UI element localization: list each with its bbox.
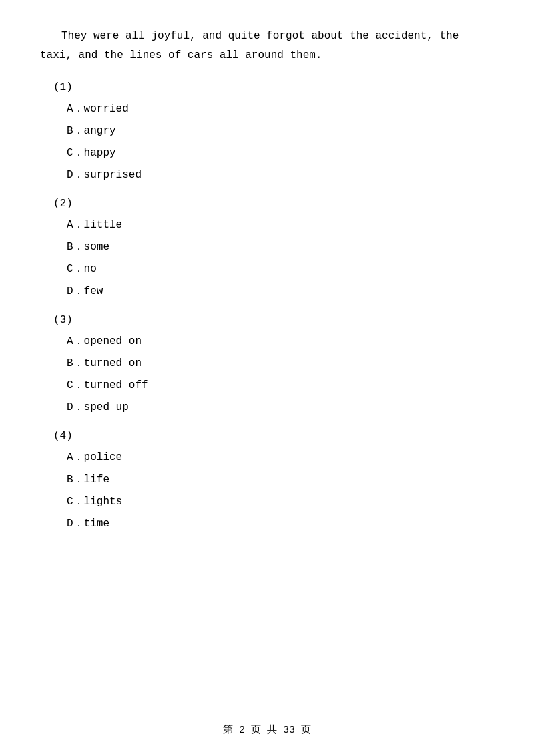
question-number-3: (3)	[40, 314, 494, 326]
question-2-option-3: C．no	[40, 262, 494, 276]
page-footer: 第 2 页 共 33 页	[0, 723, 534, 736]
question-2-option-1: A．little	[40, 218, 494, 232]
question-number-4: (4)	[40, 430, 494, 442]
question-2-option-4: D．few	[40, 284, 494, 298]
question-4-option-3: C．lights	[40, 494, 494, 508]
questions-container: (1)A．worriedB．angryC．happyD．surprised(2)…	[40, 81, 494, 530]
question-4-option-1: A．police	[40, 450, 494, 464]
question-3-option-4: D．sped up	[40, 400, 494, 414]
question-3-option-3: C．turned off	[40, 378, 494, 392]
question-4-option-2: B．life	[40, 472, 494, 486]
question-2-option-2: B．some	[40, 240, 494, 254]
question-1-option-2: B．angry	[40, 124, 494, 138]
question-3-option-1: A．opened on	[40, 334, 494, 348]
question-1-option-4: D．surprised	[40, 168, 494, 182]
intro-paragraph: They were all joyful, and quite forgot a…	[40, 27, 494, 65]
question-number-2: (2)	[40, 198, 494, 210]
page-content: They were all joyful, and quite forgot a…	[0, 0, 534, 578]
question-3-option-2: B．turned on	[40, 356, 494, 370]
question-1-option-1: A．worried	[40, 102, 494, 116]
question-4-option-4: D．time	[40, 516, 494, 530]
footer-text: 第 2 页 共 33 页	[223, 725, 311, 736]
question-number-1: (1)	[40, 81, 494, 93]
question-1-option-3: C．happy	[40, 146, 494, 160]
